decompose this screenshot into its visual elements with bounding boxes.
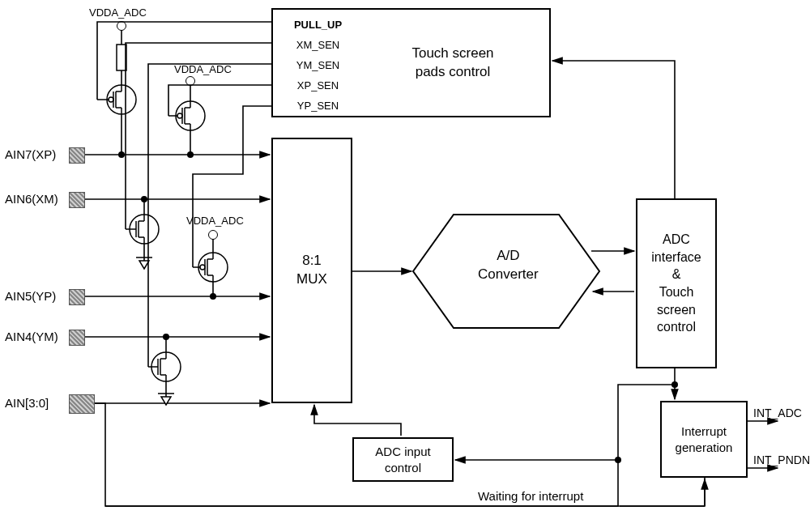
svg-point-5 xyxy=(177,113,182,118)
svg-point-9 xyxy=(200,265,205,270)
diagram-canvas: PULL_UP XM_SEN YM_SEN XP_SEN YP_SEN Touc… xyxy=(0,0,810,532)
svg-point-3 xyxy=(109,97,113,102)
